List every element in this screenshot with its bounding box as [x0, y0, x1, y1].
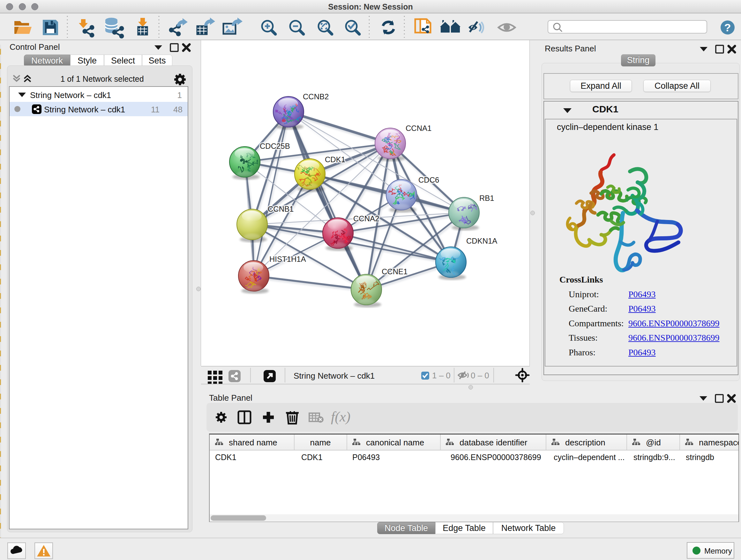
- svg-text:1 of 1 Network selected: 1 of 1 Network selected: [60, 74, 144, 83]
- svg-text:@id: @id: [646, 438, 661, 447]
- svg-text:CDC6: CDC6: [418, 176, 439, 184]
- svg-text:CCNB2: CCNB2: [303, 92, 329, 101]
- svg-text:String Network – cdk1: String Network – cdk1: [293, 371, 375, 381]
- svg-text:CCNB1: CCNB1: [268, 205, 293, 213]
- svg-text:namespace: namespace: [699, 438, 738, 447]
- svg-text:CCNE1: CCNE1: [382, 267, 408, 276]
- svg-text:1 – 0: 1 – 0: [432, 371, 451, 380]
- svg-text:HIST1H1A: HIST1H1A: [269, 255, 306, 263]
- svg-text:?: ?: [724, 21, 731, 34]
- svg-text:name: name: [310, 438, 331, 447]
- svg-text:database identifier: database identifier: [460, 438, 528, 447]
- svg-text:shared name: shared name: [229, 438, 277, 447]
- svg-text:canonical name: canonical name: [366, 438, 424, 447]
- svg-text:RB1: RB1: [479, 194, 494, 202]
- svg-text:CDC25B: CDC25B: [260, 142, 290, 150]
- svg-text:CDKN1A: CDKN1A: [466, 237, 497, 245]
- svg-text:description: description: [565, 438, 605, 447]
- svg-text:0 – 0: 0 – 0: [471, 371, 489, 380]
- svg-text:f(x): f(x): [331, 409, 350, 425]
- svg-text:CCNA1: CCNA1: [406, 124, 431, 132]
- svg-text:CDK1: CDK1: [325, 155, 345, 164]
- svg-text:CCNA2: CCNA2: [353, 214, 379, 223]
